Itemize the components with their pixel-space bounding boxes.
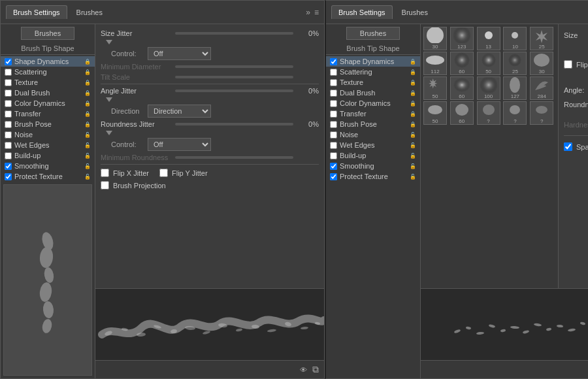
sidebar-item-scattering[interactable]: Scattering🔒 — [1, 67, 95, 77]
sidebar-item-dual-brush[interactable]: Dual Brush🔒 — [326, 88, 420, 98]
sidebar-item-checkbox-1[interactable] — [330, 69, 337, 76]
right-brushes-button[interactable]: Brushes — [346, 27, 400, 40]
right-tab-brushes[interactable]: Brushes — [395, 6, 434, 19]
brush-tip-item-18[interactable]: ? — [503, 101, 527, 125]
sidebar-item-texture[interactable]: Texture🔒 — [326, 77, 420, 88]
left-roundness-control-select[interactable]: OffPen Pressure — [148, 138, 211, 151]
left-panel-content: Brushes Brush Tip Shape Shape Dynamics🔒S… — [1, 24, 324, 378]
sidebar-item-scattering[interactable]: Scattering🔒 — [326, 67, 420, 77]
brush-tip-item-10[interactable]: 50 — [423, 76, 447, 100]
brush-tip-item-16[interactable]: 60 — [450, 101, 474, 125]
left-min-roundness-slider[interactable] — [175, 156, 293, 159]
sidebar-item-checkbox-10[interactable] — [5, 163, 12, 170]
sidebar-item-checkbox-9[interactable] — [5, 152, 12, 159]
left-flip-x-checkbox[interactable] — [101, 169, 109, 177]
sidebar-item-transfer[interactable]: Transfer🔒 — [1, 108, 95, 119]
sidebar-item-checkbox-2[interactable] — [5, 79, 12, 86]
sidebar-item-texture[interactable]: Texture🔒 — [1, 77, 95, 88]
left-tab-brush-settings[interactable]: Brush Settings — [6, 5, 67, 19]
right-spacing-checkbox[interactable] — [564, 142, 572, 151]
sidebar-item-color-dynamics[interactable]: Color Dynamics🔒 — [326, 98, 420, 108]
sidebar-item-checkbox-8[interactable] — [330, 142, 337, 149]
left-angle-jitter-expand[interactable] — [106, 97, 112, 102]
brush-tip-item-11[interactable]: 60 — [450, 76, 474, 100]
sidebar-item-checkbox-11[interactable] — [330, 173, 337, 180]
sidebar-item-shape-dynamics[interactable]: Shape Dynamics🔒 — [1, 56, 95, 67]
sidebar-item-checkbox-0[interactable] — [330, 58, 337, 65]
left-eye-icon[interactable]: 👁 — [300, 366, 307, 374]
left-roundness-slider[interactable] — [175, 123, 293, 125]
brush-tip-item-13[interactable]: 127 — [503, 76, 527, 100]
brush-tip-item-19[interactable]: ? — [530, 101, 553, 125]
sidebar-item-noise[interactable]: Noise🔓 — [326, 129, 420, 140]
sidebar-item-label-11: Protect Texture — [340, 173, 407, 180]
left-angle-jitter-slider[interactable] — [175, 90, 293, 92]
sidebar-item-checkbox-10[interactable] — [330, 163, 337, 170]
brush-tip-item-3[interactable]: 10 — [503, 27, 527, 50]
right-tab-brush-settings[interactable]: Brush Settings — [331, 5, 393, 19]
brush-tip-item-6[interactable]: 60 — [450, 52, 474, 75]
left-direction-select[interactable]: DirectionOffPen Pressure — [148, 105, 211, 118]
sidebar-item-checkbox-2[interactable] — [330, 79, 337, 86]
brush-tip-item-1[interactable]: 123 — [450, 27, 474, 50]
right-arrow-up-row — [564, 50, 588, 55]
sidebar-item-checkbox-11[interactable] — [5, 173, 12, 180]
brush-tip-item-0[interactable]: 30 — [423, 27, 447, 50]
sidebar-item-brush-pose[interactable]: Brush Pose🔒 — [1, 119, 95, 129]
sidebar-item-shape-dynamics[interactable]: Shape Dynamics🔒 — [326, 56, 420, 67]
brush-tip-item-4[interactable]: 25 — [530, 27, 553, 50]
sidebar-item-checkbox-5[interactable] — [5, 110, 12, 118]
sidebar-item-protect-texture[interactable]: Protect Texture🔓 — [326, 171, 420, 182]
left-menu-icon[interactable]: ≡ — [314, 8, 319, 17]
sidebar-item-checkbox-4[interactable] — [330, 100, 337, 107]
sidebar-item-checkbox-6[interactable] — [5, 121, 12, 128]
left-flip-y-checkbox[interactable] — [159, 169, 168, 177]
left-brush-projection-checkbox[interactable] — [101, 181, 109, 190]
sidebar-item-brush-pose[interactable]: Brush Pose🔒 — [326, 119, 420, 129]
sidebar-item-transfer[interactable]: Transfer🔒 — [326, 108, 420, 119]
left-tab-brushes[interactable]: Brushes — [70, 6, 109, 19]
sidebar-item-checkbox-1[interactable] — [5, 69, 12, 76]
sidebar-item-checkbox-3[interactable] — [5, 90, 12, 97]
sidebar-item-build-up[interactable]: Build-up🔓 — [326, 150, 420, 161]
sidebar-item-checkbox-6[interactable] — [330, 121, 337, 128]
sidebar-item-noise[interactable]: Noise🔓 — [1, 129, 95, 140]
sidebar-item-wet-edges[interactable]: Wet Edges🔓 — [1, 140, 95, 150]
sidebar-item-wet-edges[interactable]: Wet Edges🔓 — [326, 140, 420, 150]
sidebar-item-checkbox-7[interactable] — [5, 131, 12, 139]
left-brushes-button[interactable]: Brushes — [21, 27, 74, 40]
sidebar-item-color-dynamics[interactable]: Color Dynamics🔒 — [1, 98, 95, 108]
sidebar-item-checkbox-9[interactable] — [330, 152, 337, 159]
left-flip-y-row: Flip Y Jitter — [159, 169, 208, 177]
left-tilt-scale-slider[interactable] — [175, 76, 293, 78]
brush-tip-item-2[interactable]: 13 — [477, 27, 500, 50]
brush-tip-item-14[interactable]: 284 — [530, 76, 553, 100]
brush-tip-item-9[interactable]: 30 — [530, 52, 553, 75]
left-expand-icon[interactable]: » — [306, 8, 310, 17]
brush-tip-item-7[interactable]: 50 — [477, 52, 500, 75]
sidebar-item-checkbox-4[interactable] — [5, 100, 12, 107]
sidebar-item-checkbox-8[interactable] — [5, 142, 12, 149]
left-roundness-expand[interactable] — [106, 131, 112, 135]
brush-tip-item-8[interactable]: 25 — [503, 52, 527, 75]
sidebar-item-smoothing[interactable]: Smoothing🔓 — [326, 161, 420, 171]
sidebar-item-checkbox-7[interactable] — [330, 131, 337, 139]
left-control-select-1[interactable]: OffPen PressurePen Tilt — [148, 47, 211, 60]
sidebar-item-dual-brush[interactable]: Dual Brush🔒 — [1, 88, 95, 98]
right-flip-x-checkbox[interactable] — [564, 60, 572, 69]
sidebar-item-checkbox-5[interactable] — [330, 110, 337, 118]
brush-tip-item-15[interactable]: 50 — [423, 101, 447, 125]
brush-tip-item-5[interactable]: 112 — [423, 52, 447, 75]
sidebar-item-build-up[interactable]: Build-up🔓 — [1, 150, 95, 161]
brush-tip-item-17[interactable]: ? — [477, 101, 500, 125]
brush-tip-item-12[interactable]: 100 — [477, 76, 500, 100]
sidebar-item-protect-texture[interactable]: Protect Texture🔓 — [1, 171, 95, 182]
left-copy-icon[interactable]: ⧉ — [312, 364, 319, 375]
right-hardness-row: Hardness — [564, 121, 588, 129]
left-size-jitter-expand[interactable] — [106, 40, 112, 44]
sidebar-item-smoothing[interactable]: Smoothing🔓 — [1, 161, 95, 171]
left-min-diameter-slider[interactable] — [175, 65, 293, 68]
left-size-jitter-slider[interactable] — [175, 32, 293, 35]
sidebar-item-checkbox-0[interactable] — [5, 58, 12, 65]
sidebar-item-checkbox-3[interactable] — [330, 90, 337, 97]
